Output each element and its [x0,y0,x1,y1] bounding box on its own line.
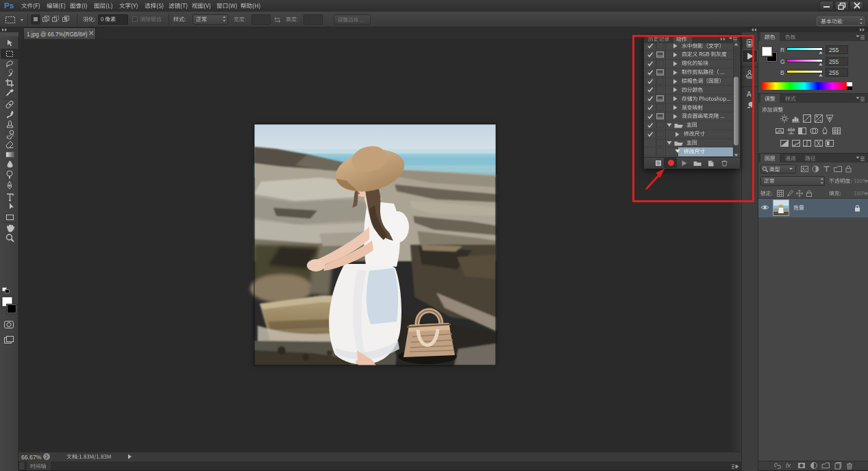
svg-text:fx: fx [786,462,791,469]
